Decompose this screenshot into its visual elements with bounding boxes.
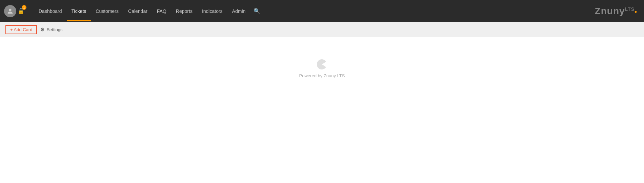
- settings-label: Settings: [46, 27, 62, 32]
- brand-name: Znuny: [595, 6, 625, 16]
- brand-dot: •: [635, 8, 637, 16]
- navbar-left: 🔒 1 Dashboard Tickets Customers Calendar…: [4, 0, 640, 22]
- add-card-button[interactable]: + Add Card: [5, 25, 37, 34]
- nav-item-indicators[interactable]: Indicators: [197, 1, 227, 21]
- powered-by-section: Powered by Znuny LTS: [299, 58, 345, 78]
- nav-item-calendar[interactable]: Calendar: [123, 1, 152, 21]
- lock-wrapper[interactable]: 🔒 1: [18, 8, 24, 14]
- nav-links: Dashboard Tickets Customers Calendar FAQ…: [34, 0, 264, 22]
- user-icon: [6, 7, 14, 15]
- search-icon[interactable]: 🔍: [250, 0, 264, 22]
- toolbar: + Add Card ⚙ Settings: [0, 22, 644, 37]
- nav-item-tickets[interactable]: Tickets: [67, 1, 91, 21]
- nav-item-customers[interactable]: Customers: [91, 1, 123, 21]
- nav-item-dashboard[interactable]: Dashboard: [34, 1, 67, 21]
- lock-badge: 1: [22, 5, 26, 10]
- brand-suffix: LTS: [625, 6, 635, 12]
- navbar: 🔒 1 Dashboard Tickets Customers Calendar…: [0, 0, 644, 22]
- settings-button[interactable]: ⚙ Settings: [40, 27, 62, 32]
- main-content: Powered by Znuny LTS: [0, 37, 644, 183]
- brand-logo: ZnunyLTS•: [595, 6, 637, 17]
- nav-item-admin[interactable]: Admin: [227, 1, 250, 21]
- powered-by-text: Powered by Znuny LTS: [299, 73, 345, 78]
- avatar[interactable]: [4, 5, 16, 17]
- nav-item-faq[interactable]: FAQ: [152, 1, 171, 21]
- svg-point-0: [9, 8, 11, 11]
- nav-item-reports[interactable]: Reports: [171, 1, 197, 21]
- znuny-logo-mark-icon: [315, 58, 329, 71]
- settings-gear-icon: ⚙: [40, 27, 45, 32]
